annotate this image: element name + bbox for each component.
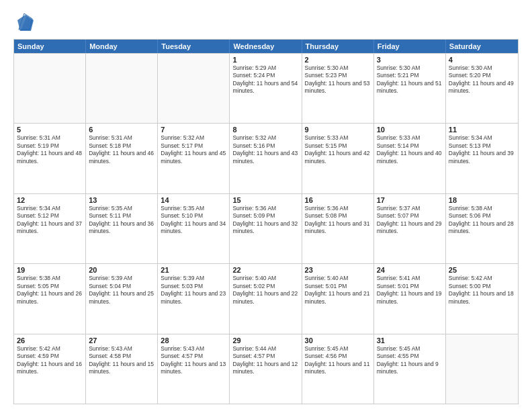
day-number: 23	[305, 266, 371, 274]
cal-header-day: Saturday	[446, 40, 518, 53]
day-number: 15	[232, 196, 298, 204]
day-number: 10	[377, 126, 443, 134]
day-number: 28	[161, 336, 226, 345]
cell-info: Sunrise: 5:42 AM Sunset: 5:00 PM Dayligh…	[449, 275, 515, 306]
day-number: 22	[232, 266, 298, 274]
day-number: 13	[89, 196, 154, 204]
cell-info: Sunrise: 5:45 AM Sunset: 4:56 PM Dayligh…	[305, 345, 371, 376]
day-number: 26	[17, 336, 83, 345]
cell-info: Sunrise: 5:33 AM Sunset: 5:15 PM Dayligh…	[305, 134, 371, 165]
day-number: 4	[449, 56, 515, 64]
cal-cell: 1Sunrise: 5:29 AM Sunset: 5:24 PM Daylig…	[230, 54, 302, 123]
cal-week-row: 12Sunrise: 5:34 AM Sunset: 5:12 PM Dayli…	[14, 193, 518, 263]
day-number: 9	[305, 126, 371, 134]
cell-info: Sunrise: 5:30 AM Sunset: 5:21 PM Dayligh…	[377, 64, 443, 95]
cell-info: Sunrise: 5:30 AM Sunset: 5:20 PM Dayligh…	[449, 64, 515, 95]
cell-info: Sunrise: 5:36 AM Sunset: 5:09 PM Dayligh…	[232, 205, 298, 236]
cell-info: Sunrise: 5:32 AM Sunset: 5:16 PM Dayligh…	[232, 134, 298, 165]
cal-cell: 5Sunrise: 5:31 AM Sunset: 5:19 PM Daylig…	[14, 124, 86, 193]
day-number: 17	[377, 196, 443, 204]
cell-info: Sunrise: 5:31 AM Sunset: 5:18 PM Dayligh…	[89, 134, 154, 165]
cal-cell: 11Sunrise: 5:34 AM Sunset: 5:13 PM Dayli…	[446, 124, 518, 193]
calendar-body: 1Sunrise: 5:29 AM Sunset: 5:24 PM Daylig…	[14, 53, 518, 404]
cell-info: Sunrise: 5:43 AM Sunset: 4:57 PM Dayligh…	[161, 345, 226, 376]
day-number: 11	[449, 126, 515, 134]
cell-info: Sunrise: 5:40 AM Sunset: 5:01 PM Dayligh…	[305, 275, 371, 306]
cell-info: Sunrise: 5:37 AM Sunset: 5:07 PM Dayligh…	[377, 205, 443, 236]
cal-cell: 30Sunrise: 5:45 AM Sunset: 4:56 PM Dayli…	[302, 334, 374, 404]
cal-header-day: Wednesday	[230, 40, 302, 53]
cal-cell: 8Sunrise: 5:32 AM Sunset: 5:16 PM Daylig…	[230, 124, 302, 193]
cell-info: Sunrise: 5:43 AM Sunset: 4:58 PM Dayligh…	[89, 345, 154, 376]
cell-info: Sunrise: 5:36 AM Sunset: 5:08 PM Dayligh…	[305, 205, 371, 236]
day-number: 1	[232, 56, 298, 64]
cal-cell	[86, 54, 158, 123]
cell-info: Sunrise: 5:35 AM Sunset: 5:11 PM Dayligh…	[89, 205, 154, 236]
day-number: 31	[377, 336, 443, 345]
day-number: 16	[305, 196, 371, 204]
cal-week-row: 1Sunrise: 5:29 AM Sunset: 5:24 PM Daylig…	[14, 53, 518, 123]
cell-info: Sunrise: 5:33 AM Sunset: 5:14 PM Dayligh…	[377, 134, 443, 165]
cal-cell: 15Sunrise: 5:36 AM Sunset: 5:09 PM Dayli…	[230, 194, 302, 263]
day-number: 7	[161, 126, 226, 134]
day-number: 2	[305, 56, 371, 64]
cal-cell: 10Sunrise: 5:33 AM Sunset: 5:14 PM Dayli…	[374, 124, 446, 193]
day-number: 24	[377, 266, 443, 274]
day-number: 8	[232, 126, 298, 134]
cal-week-row: 5Sunrise: 5:31 AM Sunset: 5:19 PM Daylig…	[14, 123, 518, 193]
cell-info: Sunrise: 5:30 AM Sunset: 5:23 PM Dayligh…	[305, 64, 371, 95]
cal-cell: 21Sunrise: 5:39 AM Sunset: 5:03 PM Dayli…	[158, 264, 230, 333]
day-number: 3	[377, 56, 443, 64]
cell-info: Sunrise: 5:34 AM Sunset: 5:13 PM Dayligh…	[449, 134, 515, 165]
cal-cell: 28Sunrise: 5:43 AM Sunset: 4:57 PM Dayli…	[158, 334, 230, 404]
cal-cell: 18Sunrise: 5:38 AM Sunset: 5:06 PM Dayli…	[446, 194, 518, 263]
cell-info: Sunrise: 5:44 AM Sunset: 4:57 PM Dayligh…	[232, 345, 298, 376]
day-number: 12	[17, 196, 83, 204]
cell-info: Sunrise: 5:38 AM Sunset: 5:05 PM Dayligh…	[17, 275, 83, 306]
cal-cell: 22Sunrise: 5:40 AM Sunset: 5:02 PM Dayli…	[230, 264, 302, 333]
cell-info: Sunrise: 5:39 AM Sunset: 5:04 PM Dayligh…	[89, 275, 154, 306]
cal-cell: 13Sunrise: 5:35 AM Sunset: 5:11 PM Dayli…	[86, 194, 158, 263]
cal-cell	[158, 54, 230, 123]
cal-cell: 12Sunrise: 5:34 AM Sunset: 5:12 PM Dayli…	[14, 194, 86, 263]
cell-info: Sunrise: 5:40 AM Sunset: 5:02 PM Dayligh…	[232, 275, 298, 306]
cal-cell: 7Sunrise: 5:32 AM Sunset: 5:17 PM Daylig…	[158, 124, 230, 193]
cal-cell: 3Sunrise: 5:30 AM Sunset: 5:21 PM Daylig…	[374, 54, 446, 123]
day-number: 5	[17, 126, 83, 134]
cell-info: Sunrise: 5:32 AM Sunset: 5:17 PM Dayligh…	[161, 134, 226, 165]
day-number: 14	[161, 196, 226, 204]
page-header	[13, 12, 519, 34]
day-number: 29	[232, 336, 298, 345]
cal-cell: 19Sunrise: 5:38 AM Sunset: 5:05 PM Dayli…	[14, 264, 86, 333]
cal-cell: 27Sunrise: 5:43 AM Sunset: 4:58 PM Dayli…	[86, 334, 158, 404]
cell-info: Sunrise: 5:35 AM Sunset: 5:10 PM Dayligh…	[161, 205, 226, 236]
cell-info: Sunrise: 5:29 AM Sunset: 5:24 PM Dayligh…	[232, 64, 298, 95]
cal-cell	[446, 334, 518, 404]
day-number: 20	[89, 266, 154, 274]
cell-info: Sunrise: 5:31 AM Sunset: 5:19 PM Dayligh…	[17, 134, 83, 165]
cal-header-day: Friday	[374, 40, 446, 53]
cal-cell: 14Sunrise: 5:35 AM Sunset: 5:10 PM Dayli…	[158, 194, 230, 263]
cal-cell: 25Sunrise: 5:42 AM Sunset: 5:00 PM Dayli…	[446, 264, 518, 333]
day-number: 30	[305, 336, 371, 345]
cell-info: Sunrise: 5:41 AM Sunset: 5:01 PM Dayligh…	[377, 275, 443, 306]
cal-cell: 2Sunrise: 5:30 AM Sunset: 5:23 PM Daylig…	[302, 54, 374, 123]
cal-cell: 26Sunrise: 5:42 AM Sunset: 4:59 PM Dayli…	[14, 334, 86, 404]
cal-cell: 29Sunrise: 5:44 AM Sunset: 4:57 PM Dayli…	[230, 334, 302, 404]
cal-cell: 17Sunrise: 5:37 AM Sunset: 5:07 PM Dayli…	[374, 194, 446, 263]
day-number: 21	[161, 266, 226, 274]
day-number: 25	[449, 266, 515, 274]
cell-info: Sunrise: 5:34 AM Sunset: 5:12 PM Dayligh…	[17, 205, 83, 236]
cal-cell: 4Sunrise: 5:30 AM Sunset: 5:20 PM Daylig…	[446, 54, 518, 123]
cal-cell: 9Sunrise: 5:33 AM Sunset: 5:15 PM Daylig…	[302, 124, 374, 193]
cal-header-day: Thursday	[302, 40, 374, 53]
cal-header-day: Tuesday	[158, 40, 230, 53]
cal-cell: 16Sunrise: 5:36 AM Sunset: 5:08 PM Dayli…	[302, 194, 374, 263]
day-number: 18	[449, 196, 515, 204]
calendar-header: SundayMondayTuesdayWednesdayThursdayFrid…	[14, 40, 518, 53]
day-number: 6	[89, 126, 154, 134]
cal-week-row: 19Sunrise: 5:38 AM Sunset: 5:05 PM Dayli…	[14, 263, 518, 333]
cell-info: Sunrise: 5:38 AM Sunset: 5:06 PM Dayligh…	[449, 205, 515, 236]
logo-icon	[13, 12, 35, 34]
cal-cell: 20Sunrise: 5:39 AM Sunset: 5:04 PM Dayli…	[86, 264, 158, 333]
